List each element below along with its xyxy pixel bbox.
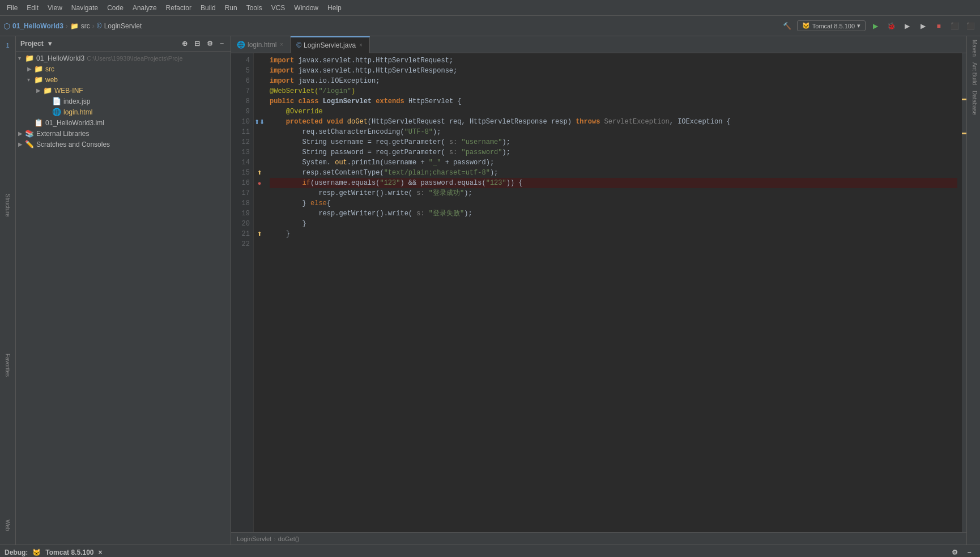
code-line-21: } — [270, 229, 957, 239]
debug-header: Debug: 🐱 Tomcat 8.5.100 × ⚙ − — [0, 545, 980, 557]
menu-tools[interactable]: Tools — [242, 2, 267, 14]
stop-button[interactable]: ■ — [932, 20, 945, 32]
tab-java-label: LoginServlet.java — [304, 41, 356, 49]
menu-build[interactable]: Build — [196, 2, 220, 14]
menu-refactor[interactable]: Refactor — [161, 2, 196, 14]
debug-run-close[interactable]: × — [98, 549, 102, 556]
code-line-12: String username = req.getParameter( s: "… — [270, 137, 957, 147]
code-line-19: resp.getWriter().write( s: "登录失败"); — [270, 209, 957, 219]
editor-tabs: 🌐 login.html × © LoginServlet.java × — [231, 36, 966, 53]
debug-header-icons: ⚙ − — [948, 546, 975, 558]
project-tree: ▾ 📁 01_HelloWorld3 C:\Users\19938\IdeaPr… — [16, 52, 231, 545]
menu-edit[interactable]: Edit — [22, 2, 43, 14]
code-line-5: import javax.servlet.http.HttpServletRes… — [270, 66, 957, 76]
tab-java-icon: © — [296, 41, 301, 49]
profile-button[interactable]: ▶ — [917, 20, 929, 32]
bc-class: LoginServlet — [237, 535, 271, 542]
menu-view[interactable]: View — [43, 2, 67, 14]
tree-item-extlib[interactable]: ▶ 📚 External Libraries — [16, 128, 231, 139]
side-favorites-icon[interactable]: Favorites — [1, 359, 15, 372]
code-line-7: @WebServlet("/login") — [270, 86, 957, 96]
debug-label: Debug: — [5, 549, 28, 556]
debug-button[interactable]: 🐞 — [885, 20, 897, 32]
side-project-icon[interactable]: 1 — [1, 39, 15, 52]
breadcrumb-sep2: › — [92, 22, 95, 30]
project-panel-header: Project ▾ ⊕ ⊟ ⚙ − — [16, 36, 231, 52]
run-button[interactable]: ▶ — [869, 20, 881, 32]
tree-item-iml[interactable]: 📋 01_HelloWorld3.iml — [16, 117, 231, 128]
toolbar-wrench-btn[interactable]: 🔨 — [781, 20, 794, 32]
tree-item-webinf[interactable]: ▶ 📁 WEB-INF — [16, 85, 231, 96]
toolbar-more1[interactable]: ⬛ — [948, 20, 961, 32]
tree-label-scratches: Scratches and Consoles — [36, 141, 110, 148]
tree-item-src[interactable]: ▶ 📁 src — [16, 63, 231, 74]
dropdown-icon[interactable]: ▾ — [46, 39, 54, 49]
run-config-icon: 🐱 — [802, 22, 810, 29]
toolbar-more2[interactable]: ⬛ — [964, 20, 977, 32]
collapse-icon[interactable]: ⊟ — [192, 39, 202, 49]
tab-java-close[interactable]: × — [358, 41, 364, 49]
tree-label-root: 01_HelloWorld3 — [36, 54, 84, 62]
run-config-label: Tomcat 8.5.100 — [812, 23, 855, 29]
tree-arrow-scratches: ▶ — [18, 141, 25, 147]
tree-arrow-web: ▾ — [27, 76, 34, 83]
code-line-4: import javax.servlet.http.HttpServletReq… — [270, 56, 957, 66]
tree-arrow-extlib: ▶ — [18, 130, 25, 137]
debug-settings-btn[interactable]: ⚙ — [948, 546, 961, 558]
breadcrumb-sep1: › — [66, 22, 68, 30]
settings-icon[interactable]: ⚙ — [204, 39, 215, 49]
debug-minimize-btn[interactable]: − — [963, 546, 975, 558]
right-sidebar: Maven Ant Build Database — [966, 36, 980, 545]
menu-window[interactable]: Window — [289, 2, 323, 14]
close-panel-icon[interactable]: − — [218, 39, 226, 49]
breadcrumb-project[interactable]: 01_HelloWorld3 — [12, 22, 63, 30]
code-line-13: String password = req.getParameter( s: "… — [270, 147, 957, 158]
tree-path: C:\Users\19938\IdeaProjects\Proje — [87, 55, 182, 62]
tab-html-label: login.html — [248, 41, 276, 49]
code-editor: 45678 910111213 1415161718 19202122 ⬆⬇ ⬆ — [231, 53, 966, 532]
tab-login-servlet[interactable]: © LoginServlet.java × — [291, 36, 370, 53]
tree-item-indexjsp[interactable]: 📄 index.jsp — [16, 96, 231, 107]
database-tab[interactable]: Database — [968, 88, 979, 117]
marker-warning — [962, 99, 966, 100]
tree-item-web[interactable]: ▾ 📁 web — [16, 74, 231, 85]
project-title: Project — [20, 40, 44, 48]
side-web-icon[interactable]: Web — [1, 518, 15, 532]
maven-tab[interactable]: Maven — [968, 37, 979, 59]
code-content[interactable]: import javax.servlet.http.HttpServletReq… — [265, 53, 962, 532]
tab-html-close[interactable]: × — [279, 41, 284, 48]
menu-run[interactable]: Run — [220, 2, 242, 14]
breadcrumb-src[interactable]: src — [81, 22, 90, 30]
project-panel: Project ▾ ⊕ ⊟ ⚙ − ▾ 📁 01_HelloWorld3 C:\… — [16, 36, 231, 545]
tree-label-extlib: External Libraries — [36, 130, 89, 138]
ant-build-tab[interactable]: Ant Build — [968, 60, 979, 87]
tree-arrow-src: ▶ — [27, 66, 34, 72]
menu-vcs[interactable]: VCS — [267, 2, 290, 14]
side-structure-icon[interactable]: Structure — [1, 198, 15, 212]
breadcrumb-bar: LoginServlet › doGet() — [231, 532, 966, 545]
tree-item-scratches[interactable]: ▶ ✏️ Scratches and Consoles — [16, 139, 231, 150]
toolbar-right: 🔨 🐱 Tomcat 8.5.100 ▾ ▶ 🐞 ▶ ▶ ■ ⬛ ⬛ — [781, 20, 977, 32]
run-config-selector[interactable]: 🐱 Tomcat 8.5.100 ▾ — [797, 20, 866, 31]
bc-method: doGet() — [278, 535, 299, 542]
menu-help[interactable]: Help — [323, 2, 346, 14]
menu-analyze[interactable]: Analyze — [128, 2, 161, 14]
code-line-16: if(username.equals("123") && password.eq… — [270, 178, 957, 188]
menu-code[interactable]: Code — [103, 2, 128, 14]
code-line-11: req.setCharacterEncoding("UTF-8"); — [270, 127, 957, 137]
menu-navigate[interactable]: Navigate — [67, 2, 103, 14]
bottom-panel: Debug: 🐱 Tomcat 8.5.100 × ⚙ − Debugger S… — [0, 545, 980, 557]
debug-run-icon: 🐱 — [32, 549, 41, 556]
menu-file[interactable]: File — [2, 2, 22, 14]
coverage-button[interactable]: ▶ — [901, 20, 913, 32]
tab-login-html[interactable]: 🌐 login.html × — [231, 36, 291, 53]
run-config-chevron: ▾ — [857, 22, 860, 29]
line-numbers: 45678 910111213 1415161718 19202122 — [231, 53, 254, 532]
code-line-10: protected void doGet(HttpServletRequest … — [270, 117, 957, 127]
tab-html-icon: 🌐 — [237, 41, 245, 49]
breadcrumb-class[interactable]: LoginServlet — [104, 22, 142, 30]
locate-icon[interactable]: ⊕ — [180, 39, 190, 49]
tree-arrow-webinf: ▶ — [36, 87, 43, 93]
tree-item-root[interactable]: ▾ 📁 01_HelloWorld3 C:\Users\19938\IdeaPr… — [16, 53, 231, 63]
tree-item-loginhtml[interactable]: 🌐 login.html — [16, 107, 231, 117]
